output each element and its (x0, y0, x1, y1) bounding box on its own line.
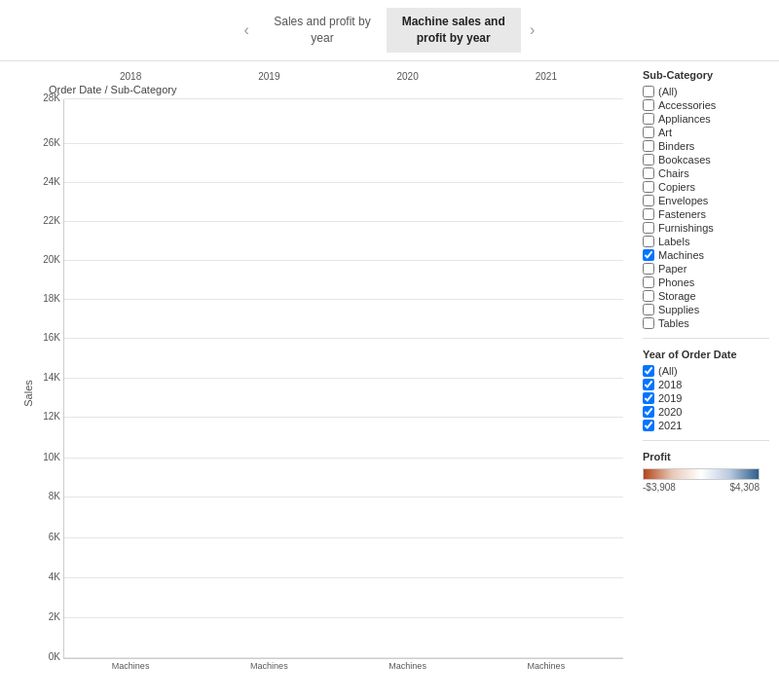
filter-item-storage[interactable]: Storage (643, 289, 769, 303)
x-label-2020: Machines (341, 661, 475, 671)
prev-arrow[interactable]: ‹ (235, 13, 258, 48)
chart-area: 2018 2019 2020 2021 Order Date / Sub-Cat… (0, 61, 633, 700)
profit-labels: -$3,908 $4,308 (643, 482, 760, 493)
filter-item-supplies[interactable]: Supplies (643, 303, 769, 316)
filter-item-phones[interactable]: Phones (643, 276, 769, 289)
filter-divider-2 (643, 440, 769, 441)
filter-item-tables[interactable]: Tables (643, 316, 769, 330)
x-label-2019: Machines (202, 661, 336, 671)
year-filter-2020[interactable]: 2020 (643, 405, 769, 419)
x-label-2021: Machines (479, 661, 613, 671)
x-labels-row: Machines Machines Machines Machines (63, 661, 623, 671)
chart-wrapper: Sales 28K26K24K22K20K18K16K14K12K10K8K6K… (10, 99, 623, 688)
main-content: 2018 2019 2020 2021 Order Date / Sub-Cat… (0, 61, 779, 700)
next-arrow[interactable]: › (521, 13, 544, 48)
sidebar: Sub-Category (All)AccessoriesAppliancesA… (633, 61, 779, 700)
tab-sales-profit[interactable]: Sales and profit byyear (258, 8, 386, 53)
subcategory-title: Sub-Category (643, 69, 769, 81)
filter-item-furnishings[interactable]: Furnishings (643, 221, 769, 235)
year-filter-list: (All)2018201920202021 (643, 364, 769, 432)
year-2020: 2020 (341, 71, 475, 82)
profit-title: Profit (643, 451, 769, 462)
filter-divider-1 (643, 338, 769, 339)
filter-item-binders[interactable]: Binders (643, 139, 769, 153)
profit-legend: -$3,908 $4,308 (643, 468, 769, 493)
tab-machine-sales[interactable]: Machine sales andprofit by year (387, 8, 521, 53)
year-2019: 2019 (202, 71, 336, 82)
filter-item-copiers[interactable]: Copiers (643, 180, 769, 194)
year-filter-2021[interactable]: 2021 (643, 419, 769, 432)
filter-item-paper[interactable]: Paper (643, 262, 769, 276)
top-nav: ‹ Sales and profit byyear Machine sales … (0, 0, 779, 61)
year-filter-(all)[interactable]: (All) (643, 364, 769, 378)
filter-item-labels[interactable]: Labels (643, 235, 769, 248)
x-label-2018: Machines (63, 661, 198, 671)
year-header-row: 2018 2019 2020 2021 (10, 71, 623, 82)
year-2021: 2021 (479, 71, 613, 82)
year-2018: 2018 (63, 71, 198, 82)
year-filter-2019[interactable]: 2019 (643, 391, 769, 405)
filter-item-machines[interactable]: Machines (643, 248, 769, 262)
profit-min: -$3,908 (643, 482, 676, 493)
filter-item-art[interactable]: Art (643, 126, 769, 139)
profit-max: $4,308 (729, 482, 760, 493)
year-title: Year of Order Date (643, 349, 769, 360)
filter-item-accessories[interactable]: Accessories (643, 98, 769, 112)
filter-item-(all)[interactable]: (All) (643, 85, 769, 98)
filter-item-envelopes[interactable]: Envelopes (643, 194, 769, 207)
filter-item-fasteners[interactable]: Fasteners (643, 207, 769, 221)
chart-title: Order Date / Sub-Category (10, 84, 623, 95)
chart-inner: 28K26K24K22K20K18K16K14K12K10K8K6K4K2K0K (63, 99, 623, 659)
profit-gradient (643, 468, 760, 480)
filter-item-bookcases[interactable]: Bookcases (643, 153, 769, 166)
year-filter-2018[interactable]: 2018 (643, 378, 769, 391)
filter-item-chairs[interactable]: Chairs (643, 166, 769, 180)
bars-container (64, 99, 623, 658)
y-axis-label: Sales (22, 380, 34, 407)
subcategory-filter-list: (All)AccessoriesAppliancesArtBindersBook… (643, 85, 769, 330)
filter-item-appliances[interactable]: Appliances (643, 112, 769, 126)
